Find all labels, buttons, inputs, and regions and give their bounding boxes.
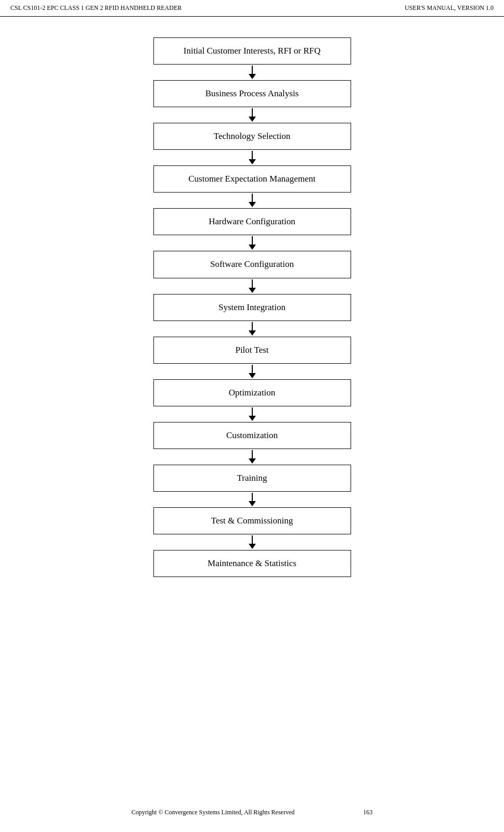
- flow-step-2: Business Process Analysis: [153, 80, 351, 107]
- arrow-head-icon: [249, 288, 256, 293]
- arrow-line-icon: [252, 66, 253, 74]
- arrow-head-icon: [249, 74, 256, 79]
- flow-step-9: Optimization: [153, 379, 351, 406]
- header-right: USER'S MANUAL, VERSION 1.0: [405, 4, 494, 12]
- main-content: Initial Customer Interests, RFI or RFQBu…: [0, 17, 504, 608]
- flow-step-7: System Integration: [153, 294, 351, 321]
- arrow-line-icon: [252, 194, 253, 202]
- arrow-head-icon: [249, 373, 256, 378]
- flow-step-6: Software Configuration: [153, 251, 351, 278]
- page-footer: Copyright © Convergence Systems Limited,…: [0, 809, 504, 816]
- arrow-line-icon: [252, 236, 253, 245]
- flow-step-4: Customer Expectation Management: [153, 165, 351, 193]
- footer-copyright: Copyright © Convergence Systems Limited,…: [132, 809, 295, 816]
- arrow-line-icon: [252, 450, 253, 458]
- arrow-line-icon: [252, 151, 253, 159]
- flow-arrow-12: [249, 534, 256, 550]
- flow-arrow-7: [249, 321, 256, 337]
- page-header: CSL CS101-2 EPC CLASS 1 GEN 2 RFID HANDH…: [0, 0, 504, 17]
- flow-arrow-11: [249, 492, 256, 507]
- arrow-head-icon: [249, 544, 256, 549]
- flow-arrow-1: [249, 65, 256, 80]
- flow-step-12: Test & Commissioning: [153, 507, 351, 534]
- arrow-head-icon: [249, 416, 256, 421]
- arrow-line-icon: [252, 365, 253, 373]
- arrow-line-icon: [252, 407, 253, 416]
- flow-step-1: Initial Customer Interests, RFI or RFQ: [153, 37, 351, 65]
- flow-step-10: Customization: [153, 422, 351, 449]
- arrow-line-icon: [252, 535, 253, 544]
- header-left: CSL CS101-2 EPC CLASS 1 GEN 2 RFID HANDH…: [10, 4, 182, 12]
- arrow-line-icon: [252, 108, 253, 117]
- flow-step-11: Training: [153, 465, 351, 492]
- flow-step-5: Hardware Configuration: [153, 208, 351, 235]
- arrow-head-icon: [249, 202, 256, 207]
- arrow-head-icon: [249, 330, 256, 336]
- arrow-head-icon: [249, 458, 256, 464]
- arrow-head-icon: [249, 245, 256, 250]
- flow-step-3: Technology Selection: [153, 123, 351, 150]
- flow-arrow-10: [249, 449, 256, 465]
- flow-arrow-8: [249, 364, 256, 379]
- flowchart: Initial Customer Interests, RFI or RFQBu…: [148, 37, 356, 577]
- flow-arrow-3: [249, 150, 256, 165]
- flow-arrow-2: [249, 107, 256, 123]
- flow-arrow-5: [249, 235, 256, 251]
- arrow-head-icon: [249, 501, 256, 506]
- flow-arrow-9: [249, 406, 256, 422]
- arrow-line-icon: [252, 493, 253, 501]
- flow-arrow-6: [249, 278, 256, 294]
- footer-page: 163: [363, 809, 372, 816]
- arrow-head-icon: [249, 117, 256, 122]
- flow-arrow-4: [249, 193, 256, 208]
- arrow-head-icon: [249, 159, 256, 164]
- flow-step-13: Maintenance & Statistics: [153, 550, 351, 577]
- arrow-line-icon: [252, 279, 253, 288]
- arrow-line-icon: [252, 322, 253, 330]
- flow-step-8: Pilot Test: [153, 337, 351, 364]
